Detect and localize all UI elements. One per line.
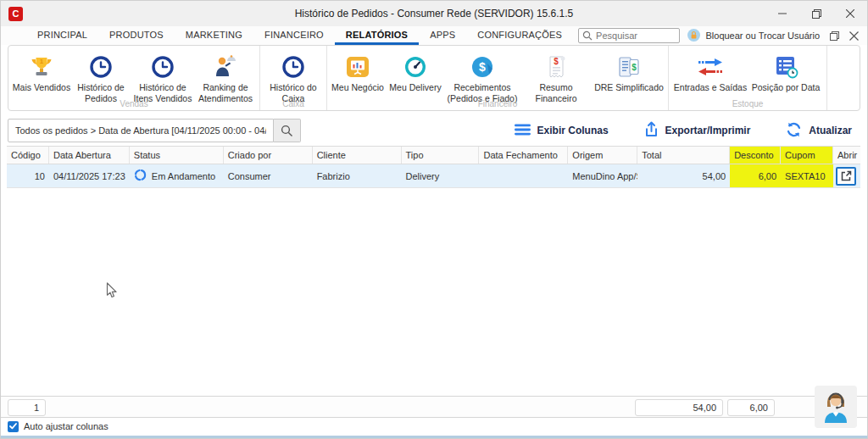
cell-data-abertura: 04/11/2025 17:23 xyxy=(49,164,130,187)
show-columns-button[interactable]: Exibir Colunas xyxy=(515,124,609,138)
autofit-columns-checkbox[interactable] xyxy=(8,421,19,432)
cell-status: Em Andamento xyxy=(130,164,224,187)
export-print-button[interactable]: Exportar/Imprimir xyxy=(644,121,751,140)
tab-apps[interactable]: APPS xyxy=(419,26,466,45)
meu-delivery-button[interactable]: Meu Delivery xyxy=(385,51,446,93)
export-print-label: Exportar/Imprimir xyxy=(665,125,751,136)
column-header-total[interactable]: Total xyxy=(637,147,730,164)
column-header-origem[interactable]: Origem xyxy=(568,147,637,164)
gauge-icon xyxy=(403,53,427,81)
filter-toolbar: Exibir Colunas Exportar/Imprimir At xyxy=(8,118,860,143)
summary-desconto: 6,00 xyxy=(727,399,775,416)
lock-icon xyxy=(687,29,700,43)
table-row[interactable]: 10 04/11/2025 17:23 Em Andamento Consume… xyxy=(7,164,860,188)
filter-search-button[interactable] xyxy=(274,119,301,142)
spinner-icon xyxy=(134,169,147,183)
summary-count: 1 xyxy=(8,399,46,416)
show-columns-label: Exibir Colunas xyxy=(537,125,609,136)
grid-empty-area xyxy=(7,188,860,396)
window-bottom-edge xyxy=(1,435,867,438)
close-button[interactable] xyxy=(833,1,867,26)
cell-criado-por: Consumer xyxy=(224,164,313,187)
lock-button-label: Bloquear ou Trocar Usuário xyxy=(705,31,820,41)
tab-configuracoes[interactable]: CONFIGURAÇÕES xyxy=(466,26,573,45)
column-header-tipo[interactable]: Tipo xyxy=(402,147,480,164)
ribbon-item-label: Posição por Data xyxy=(752,82,821,93)
summary-total: 54,00 xyxy=(635,399,723,416)
column-header-data-abertura[interactable]: Data Abertura xyxy=(49,147,130,164)
cell-codigo: 10 xyxy=(7,164,49,187)
meu-negocio-button[interactable]: Meu Negócio xyxy=(331,51,385,93)
ribbon-search-input[interactable] xyxy=(578,28,680,43)
mais-vendidos-button[interactable]: 1 Mais Vendidos xyxy=(12,51,71,93)
export-icon xyxy=(644,121,659,140)
orders-filter-input[interactable] xyxy=(8,119,274,142)
lock-or-switch-user-button[interactable]: Bloquear ou Trocar Usuário xyxy=(687,29,820,43)
cell-abrir xyxy=(833,164,860,187)
column-header-abrir[interactable]: Abrir xyxy=(833,147,860,164)
tab-produtos[interactable]: PRODUTOS xyxy=(98,26,175,45)
trophy-icon: 1 xyxy=(29,53,54,81)
ribbon-item-label: Meu Negócio xyxy=(331,82,384,93)
svg-text:1: 1 xyxy=(40,58,44,65)
ribbon-group-empty xyxy=(826,46,860,110)
column-header-desconto[interactable]: Desconto xyxy=(730,147,781,164)
menu-tab-bar: PRINCIPAL PRODUTOS MARKETING FINANCEIRO … xyxy=(1,26,867,45)
cell-cupom: SEXTA10 xyxy=(781,164,833,187)
cell-desconto: 6,00 xyxy=(730,164,781,187)
recebimentos-button[interactable]: $ Recebimentos (Pedidos e Fiado) xyxy=(446,51,519,103)
ribbon-group-label: Caixa xyxy=(260,99,326,108)
clock-icon xyxy=(281,53,306,81)
refresh-icon xyxy=(786,122,802,140)
tab-relatorios[interactable]: RELATÓRIOS xyxy=(335,26,419,45)
restore-button[interactable] xyxy=(799,1,833,26)
cell-cliente: Fabrizio xyxy=(313,164,402,187)
grid-header-row: Código Data Abertura Status Criado por C… xyxy=(7,146,860,164)
ribbon-group-label: Vendas xyxy=(8,99,259,108)
refresh-button[interactable]: Atualizar xyxy=(786,122,852,140)
dre-simplificado-button[interactable]: $ DRE Simplificado xyxy=(593,51,665,93)
column-header-data-fechamento[interactable]: Data Fechamento xyxy=(479,147,568,164)
resumo-financeiro-button[interactable]: $ Resumo Financeiro xyxy=(519,51,593,103)
svg-text:$: $ xyxy=(632,63,637,72)
tab-principal[interactable]: PRINCIPAL xyxy=(26,26,98,45)
column-header-cupom[interactable]: Cupom xyxy=(781,147,833,164)
dollar-circle-icon: $ xyxy=(470,53,494,81)
support-agent-button[interactable] xyxy=(815,386,857,428)
arrows-in-out-icon xyxy=(696,53,725,81)
window-title: Histórico de Pedidos - Consumer Rede (SE… xyxy=(1,8,867,19)
column-header-criado-por[interactable]: Criado por xyxy=(224,147,313,164)
cell-origem: MenuDino App/Site xyxy=(568,164,637,187)
business-board-icon xyxy=(345,53,370,81)
open-order-button[interactable] xyxy=(836,167,856,186)
posicao-por-data-button[interactable]: Posição por Data xyxy=(748,51,823,93)
column-header-status[interactable]: Status xyxy=(130,147,224,164)
ribbon-group-estoque: Entradas e Saídas Posição por Data Estoq… xyxy=(668,46,826,110)
column-header-codigo[interactable]: Código xyxy=(7,147,49,164)
panel-restore-button[interactable] xyxy=(830,31,839,41)
ribbon-item-label: Meu Delivery xyxy=(389,82,441,93)
tab-financeiro[interactable]: FINANCEIRO xyxy=(253,26,335,45)
historico-de-pedidos-button[interactable]: Histórico de Pedidos xyxy=(71,51,131,103)
panel-close-button[interactable] xyxy=(849,31,859,41)
table-clock-icon xyxy=(772,53,799,81)
minimize-button[interactable] xyxy=(765,1,799,26)
app-window: C Histórico de Pedidos - Consumer Rede (… xyxy=(0,0,868,439)
refresh-label: Atualizar xyxy=(809,125,852,136)
tab-marketing[interactable]: MARKETING xyxy=(175,26,253,45)
historico-de-itens-vendidos-button[interactable]: Histórico de Itens Vendidos xyxy=(131,51,195,103)
cell-data-fechamento xyxy=(479,164,568,187)
svg-text:$: $ xyxy=(479,60,486,74)
autofit-columns-label: Auto ajustar colunas xyxy=(24,421,108,431)
support-agent-icon xyxy=(821,389,851,425)
status-badge: Em Andamento xyxy=(152,171,215,181)
svg-text:$: $ xyxy=(554,57,559,66)
ranking-de-atendimentos-button[interactable]: Ranking de Atendimentos xyxy=(195,51,256,103)
entradas-e-saidas-button[interactable]: Entradas e Saídas xyxy=(672,51,748,93)
column-header-cliente[interactable]: Cliente xyxy=(313,147,402,164)
receipt-icon: $ xyxy=(544,53,568,81)
historico-do-caixa-button[interactable]: Histórico do Caixa xyxy=(264,51,323,103)
search-icon xyxy=(582,31,593,42)
ribbon-item-label: Mais Vendidos xyxy=(13,82,70,93)
ribbon-group-vendas: 1 Mais Vendidos Histórico de Pedidos His… xyxy=(8,46,259,110)
